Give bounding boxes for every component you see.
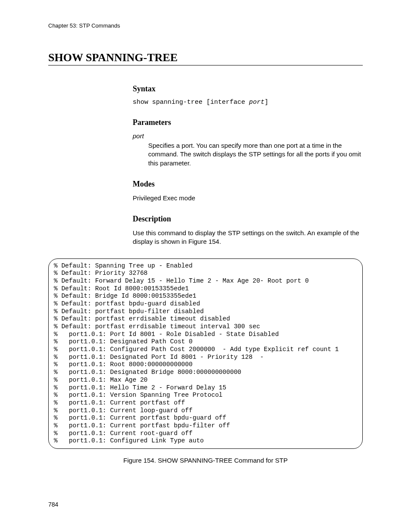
syntax-command: show spanning-tree [interface port] — [133, 99, 363, 106]
modes-heading: Modes — [133, 180, 363, 189]
syntax-suffix: ] — [265, 99, 268, 106]
page-number: 784 — [48, 501, 58, 508]
command-output-box: % Default: Spanning Tree up - Enabled % … — [48, 258, 363, 449]
syntax-prefix: show spanning-tree [interface — [133, 99, 249, 106]
parameters-heading: Parameters — [133, 118, 363, 127]
document-page: Chapter 53: STP Commands SHOW SPANNING-T… — [0, 0, 411, 532]
syntax-param: port — [249, 99, 265, 106]
parameter-description: Specifies a port. You can specify more t… — [148, 141, 363, 168]
page-title: SHOW SPANNING-TREE — [48, 51, 363, 65]
content-block: Syntax show spanning-tree [interface por… — [133, 84, 363, 246]
syntax-heading: Syntax — [133, 84, 363, 93]
figure-caption: Figure 154. SHOW SPANNING-TREE Command f… — [48, 457, 363, 464]
modes-text: Privileged Exec mode — [133, 194, 363, 202]
description-text: Use this command to display the STP sett… — [133, 229, 363, 246]
running-header: Chapter 53: STP Commands — [48, 22, 363, 29]
description-heading: Description — [133, 215, 363, 224]
parameter-name: port — [133, 132, 363, 140]
